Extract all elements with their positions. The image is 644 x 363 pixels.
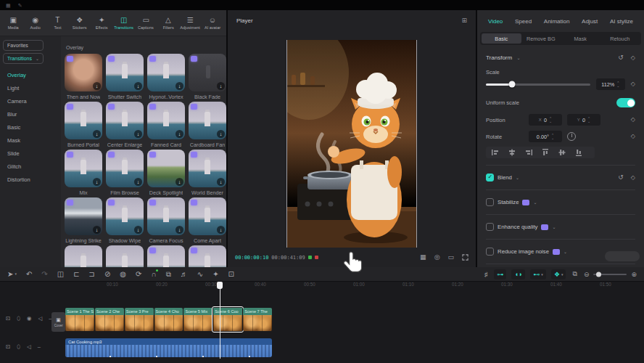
mute-icon[interactable]: ◁ (38, 316, 43, 322)
mute-icon[interactable]: ◁ (27, 344, 31, 350)
toolbar-ai-avatar[interactable]: ☺ AI avatar (202, 17, 224, 30)
screen-icon[interactable]: ⊡ (228, 271, 234, 278)
transition-film-browse[interactable]: ↓ Film Browse (104, 150, 145, 197)
clip-scene-2[interactable]: Scene 2 Che (95, 308, 124, 331)
split-screen-icon[interactable]: ▦ (420, 254, 426, 261)
toolbar-transitions[interactable]: ◫ Transitions (113, 17, 136, 30)
delete-right-icon[interactable]: ⊐ (89, 271, 95, 278)
section-checkbox[interactable] (486, 174, 494, 182)
clip-scene-3[interactable]: Scene 3 Pre (125, 308, 154, 331)
subtab-mask[interactable]: Mask (561, 33, 600, 44)
delete-icon[interactable]: ⊘ (104, 271, 110, 278)
favorites-button[interactable]: Favorites (3, 40, 44, 51)
track-type-icon[interactable]: ⊡ (6, 344, 10, 350)
edit-icon[interactable]: ✎ (18, 3, 22, 8)
position-keyframe-icon[interactable]: ◇ (631, 117, 635, 123)
player-video[interactable] (286, 40, 417, 248)
transition-row5-4[interactable]: ↓ (187, 245, 226, 267)
category-camera[interactable]: Camera (0, 94, 61, 107)
scale-keyframe-icon[interactable]: ◇ (631, 81, 635, 87)
transition-burned-portal[interactable]: ↓ Burned Portal (63, 102, 104, 150)
tab-speed[interactable]: Speed (515, 18, 532, 25)
link-icon[interactable]: ⧉ (166, 271, 171, 278)
keyframe-icon[interactable]: ◇ (631, 55, 635, 61)
transition-mix[interactable]: ↓ Mix (63, 150, 104, 197)
rotate-value-stepper[interactable]: 0.00° ⌃⌄ (529, 131, 562, 142)
keyframe-graph-icon[interactable]: ∿ (197, 271, 203, 278)
transition-fanned-card[interactable]: ↓ Fanned Card (146, 102, 186, 150)
toolbar-effects[interactable]: ✦ Effects (91, 17, 113, 30)
category-light[interactable]: Light (0, 81, 61, 94)
transition-hypnotic-vortex[interactable]: ↓ Hypnot..Vortex (146, 54, 186, 102)
toolbar-text[interactable]: T Text (46, 17, 69, 30)
section-blend[interactable]: Blend ⌄ ↺ ◇ (486, 172, 635, 183)
section-checkbox[interactable] (486, 248, 494, 256)
delete-left-icon[interactable]: ⊏ (73, 271, 79, 278)
transition-cardboard-fan[interactable]: ↓ Cardboard Fan (187, 102, 226, 150)
transitions-dropdown[interactable]: Transitions ⌄ (3, 53, 44, 64)
section-enhance-quality[interactable]: Enhance quality ⌄ (486, 221, 635, 232)
transition-world-bender[interactable]: ↓ World Bender (187, 150, 226, 197)
scale-slider[interactable] (486, 83, 590, 86)
mask-icon[interactable]: ◍ (120, 271, 126, 278)
adjust-view-icon[interactable]: ⧉ (572, 270, 577, 278)
effects-track-icon[interactable]: ❖ ▾ (551, 269, 566, 280)
auto-cut-icon[interactable]: ⊶ (494, 269, 506, 280)
rotate-keyframe-icon[interactable]: ◇ (631, 134, 635, 139)
zoom-out-icon[interactable]: ⊖ (584, 271, 590, 278)
undo-icon[interactable]: ↶ (26, 271, 32, 278)
align-center-v-icon[interactable] (558, 149, 566, 156)
category-overlay[interactable]: Overlay (0, 68, 61, 81)
align-top-icon[interactable] (542, 149, 549, 156)
toolbar-captions[interactable]: ▭ Captions (135, 17, 157, 30)
transition-black-fade[interactable]: ↓ Black Fade (187, 54, 226, 102)
clip-scene-1[interactable]: Scene 1 The S (65, 308, 94, 331)
cover-button[interactable]: ▣ Cover (51, 312, 65, 332)
category-distortion[interactable]: Distortion (0, 173, 61, 186)
keyframe-icon[interactable]: ◇ (631, 175, 635, 181)
category-slide[interactable]: Slide (0, 147, 61, 160)
collapse-icon[interactable]: – (38, 344, 41, 350)
select-tool[interactable]: ➤ ▾ (7, 271, 17, 278)
loop-icon[interactable]: ⟳ (136, 271, 141, 278)
zoom-slider-knob[interactable] (596, 272, 601, 277)
section-checkbox[interactable] (486, 198, 494, 206)
section-checkbox[interactable] (486, 223, 494, 231)
toolbar-audio[interactable]: ◉ Audio (25, 17, 47, 30)
clip-scene-5[interactable]: Scene 5 Mix (183, 308, 212, 331)
slider-knob[interactable] (508, 81, 515, 88)
category-blur[interactable]: Blur (0, 107, 61, 121)
toolbar-filters[interactable]: △ Filters (157, 17, 180, 30)
uniform-scale-toggle[interactable] (616, 98, 635, 107)
clip-scene-6[interactable]: Scene 6 Coo (213, 308, 242, 331)
transition-come-apart[interactable]: ↓ Come Apart (187, 197, 226, 245)
smart-tool-icon[interactable]: ◖◗ (511, 269, 525, 280)
magic-icon[interactable]: ✦ (212, 271, 218, 278)
category-basic[interactable]: Basic (0, 121, 61, 134)
playhead-handle[interactable] (217, 282, 223, 289)
tab-animation[interactable]: Animation (544, 18, 570, 25)
transition-shadow-wipe[interactable]: ↓ Shadow Wipe (104, 197, 145, 245)
transition-row5-2[interactable]: ↓ (104, 245, 145, 267)
transition-lightning-strike[interactable]: ↓ Lightning Strike (63, 197, 104, 245)
transition-center-enlarge[interactable]: ↓ Center Enlarge (104, 102, 145, 150)
audio-clip[interactable]: Cat Cooking.mp3 (65, 338, 272, 357)
scale-value-stepper[interactable]: 112% ⌃⌄ (596, 78, 625, 90)
transition-row5-1[interactable]: ↓ (63, 245, 104, 267)
subtab-retouch[interactable]: Retouch (600, 33, 640, 44)
player-layout-icon[interactable]: ⊞ (461, 17, 467, 24)
section-stabilize[interactable]: Stabilize ⌄ (486, 197, 635, 208)
transition-row5-3[interactable]: ↓ (146, 245, 186, 267)
ratio-icon[interactable]: ▭ (447, 254, 454, 261)
clip-scene-7[interactable]: Scene 7 The (243, 308, 272, 331)
position-x-stepper[interactable]: X 0 ⌃⌄ (529, 114, 562, 126)
transition-camera-focus[interactable]: ↓ Camera Focus (146, 197, 186, 245)
tab-ai-stylize[interactable]: AI stylize (610, 18, 633, 25)
align-left-icon[interactable] (492, 149, 499, 156)
transition-shutter-switch[interactable]: ↓ Shutter Switch (104, 54, 145, 102)
tab-adjust[interactable]: Adjust (582, 18, 598, 25)
eye-icon[interactable]: ◉ (27, 316, 32, 322)
reset-icon[interactable]: ↺ (618, 54, 624, 61)
position-y-stepper[interactable]: Y 0 ⌃⌄ (567, 114, 600, 126)
category-glitch[interactable]: Glitch (0, 160, 61, 173)
